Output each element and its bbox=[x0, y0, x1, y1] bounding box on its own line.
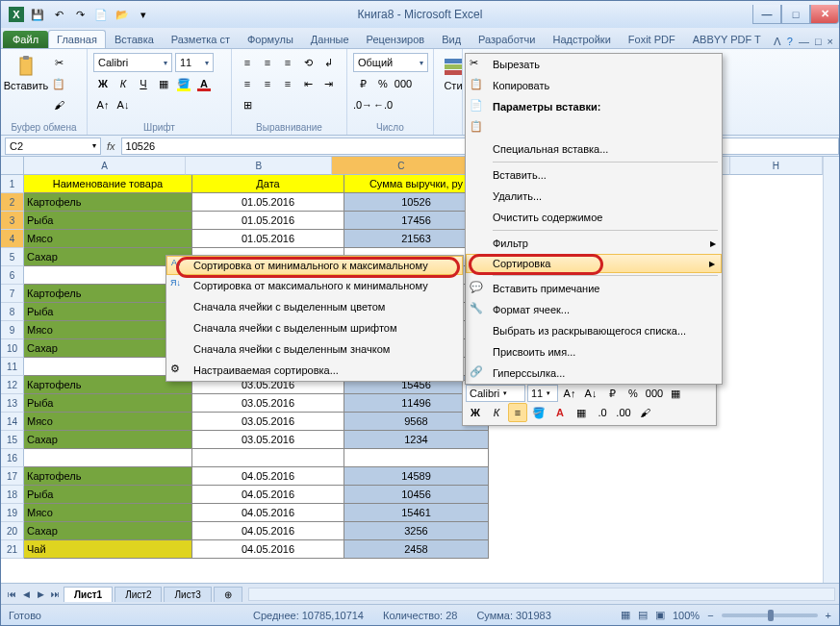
tab-data[interactable]: Данные bbox=[302, 30, 358, 48]
new-icon[interactable]: 📄 bbox=[91, 5, 111, 24]
cell-A1[interactable]: Наименование товара bbox=[24, 175, 192, 193]
cm-sort-iconsel[interactable]: Сначала ячейки с выделенным значком bbox=[166, 338, 463, 360]
font-name-combo[interactable]: Calibri▾ bbox=[93, 53, 172, 72]
paste-button[interactable]: Вставить bbox=[7, 53, 45, 120]
row-header-9[interactable]: 9 bbox=[1, 321, 24, 339]
row-header-16[interactable]: 16 bbox=[1, 449, 24, 467]
cell-B19[interactable]: 04.05.2016 bbox=[192, 504, 344, 522]
cell-A19[interactable]: Мясо bbox=[24, 504, 192, 522]
doc-close-icon[interactable]: × bbox=[827, 36, 833, 48]
mini-size-combo[interactable]: 11▾ bbox=[527, 385, 558, 402]
tab-view[interactable]: Вид bbox=[433, 30, 470, 48]
align-bot-icon[interactable]: ≡ bbox=[278, 53, 297, 72]
mini-dec-dec-icon[interactable]: .00 bbox=[614, 403, 633, 422]
col-header-B[interactable]: B bbox=[186, 157, 332, 175]
cell-C17[interactable]: 14589 bbox=[344, 467, 489, 486]
mini-border-icon[interactable]: ▦ bbox=[572, 403, 591, 422]
merge-icon[interactable]: ⊞ bbox=[238, 95, 257, 114]
tab-addins[interactable]: Надстройки bbox=[544, 30, 619, 48]
undo-icon[interactable]: ↶ bbox=[49, 5, 68, 24]
zoom-out-icon[interactable]: − bbox=[707, 610, 713, 621]
tab-pagelayout[interactable]: Разметка ст bbox=[163, 30, 239, 48]
cm-hyperlink[interactable]: 🔗Гиперссылка... bbox=[466, 363, 722, 384]
align-mid-icon[interactable]: ≡ bbox=[258, 53, 277, 72]
tab-foxit[interactable]: Foxit PDF bbox=[620, 30, 684, 48]
cell-B17[interactable]: 04.05.2016 bbox=[192, 467, 344, 486]
cell-B15[interactable]: 03.05.2016 bbox=[192, 431, 344, 449]
maximize-button[interactable]: □ bbox=[781, 5, 810, 24]
col-header-A[interactable]: A bbox=[24, 157, 186, 175]
orientation-icon[interactable]: ⟲ bbox=[298, 53, 318, 72]
tab-developer[interactable]: Разработчи bbox=[470, 30, 544, 48]
open-icon[interactable]: 📂 bbox=[113, 5, 132, 24]
number-format-combo[interactable]: Общий▾ bbox=[353, 53, 428, 72]
row-header-18[interactable]: 18 bbox=[1, 486, 24, 504]
mini-fill-icon[interactable]: 🪣 bbox=[529, 403, 548, 422]
font-color-icon[interactable]: A bbox=[194, 74, 214, 93]
cm-define-name[interactable]: Присвоить имя... bbox=[466, 341, 722, 363]
cm-dropdown-list[interactable]: Выбрать из раскрывающегося списка... bbox=[466, 320, 722, 341]
underline-icon[interactable]: Ч bbox=[134, 74, 153, 93]
mini-italic-icon[interactable]: К bbox=[487, 403, 506, 422]
cm-sort-color[interactable]: Сначала ячейки с выделенным цветом bbox=[166, 296, 463, 317]
border-icon[interactable]: ▦ bbox=[154, 74, 173, 93]
vertical-scrollbar[interactable] bbox=[823, 157, 839, 583]
minimize-button[interactable]: — bbox=[752, 5, 781, 24]
cm-paste-options[interactable]: 📄Параметры вставки: bbox=[466, 96, 722, 117]
row-header-19[interactable]: 19 bbox=[1, 504, 24, 522]
mini-font-color-icon[interactable]: A bbox=[550, 403, 570, 422]
mini-currency-icon[interactable]: ₽ bbox=[602, 384, 622, 403]
cell-B3[interactable]: 01.05.2016 bbox=[192, 212, 344, 230]
tab-abbyy[interactable]: ABBYY PDF T bbox=[684, 30, 770, 48]
fill-color-icon[interactable]: 🪣 bbox=[174, 74, 193, 93]
sheet-nav-prev-icon[interactable]: ◀ bbox=[19, 588, 33, 601]
cm-delete[interactable]: Удалить... bbox=[466, 186, 722, 207]
sheet-nav-last-icon[interactable]: ⏭ bbox=[48, 588, 62, 601]
font-size-combo[interactable]: 11▾ bbox=[175, 53, 214, 72]
mini-borders-icon[interactable]: ▦ bbox=[666, 384, 685, 403]
cm-insert[interactable]: Вставить... bbox=[466, 164, 722, 186]
align-right-icon[interactable]: ≡ bbox=[278, 74, 297, 93]
cm-paste-icon-only[interactable]: 📋 bbox=[466, 117, 722, 138]
mini-grow-font-icon[interactable]: A↑ bbox=[560, 384, 579, 403]
minimize-ribbon-icon[interactable]: ᐱ bbox=[774, 36, 781, 48]
cm-paste-special[interactable]: Специальная вставка... bbox=[466, 138, 722, 160]
row-header-11[interactable]: 11 bbox=[1, 358, 24, 376]
fx-icon[interactable]: fx bbox=[107, 140, 115, 152]
cm-copy[interactable]: 📋Копировать bbox=[466, 75, 722, 96]
inc-decimal-icon[interactable]: .0→ bbox=[353, 95, 372, 114]
dec-decimal-icon[interactable]: ←.0 bbox=[373, 95, 393, 114]
cell-A14[interactable]: Мясо bbox=[24, 413, 192, 431]
indent-inc-icon[interactable]: ⇥ bbox=[318, 74, 338, 93]
tab-review[interactable]: Рецензиров bbox=[358, 30, 434, 48]
doc-restore-icon[interactable]: □ bbox=[815, 36, 822, 48]
mini-inc-dec-icon[interactable]: .0 bbox=[593, 403, 612, 422]
row-header-12[interactable]: 12 bbox=[1, 376, 24, 394]
view-normal-icon[interactable]: ▦ bbox=[621, 609, 630, 621]
cell-B1[interactable]: Дата bbox=[192, 175, 344, 193]
row-header-3[interactable]: 3 bbox=[1, 212, 24, 230]
copy-icon[interactable]: 📋 bbox=[49, 74, 68, 93]
col-header-H[interactable]: H bbox=[730, 157, 823, 175]
percent-icon[interactable]: % bbox=[373, 74, 393, 93]
cm-clear[interactable]: Очистить содержимое bbox=[466, 207, 722, 228]
mini-align-center-icon[interactable]: ≡ bbox=[508, 403, 527, 422]
row-header-8[interactable]: 8 bbox=[1, 303, 24, 321]
zoom-level[interactable]: 100% bbox=[673, 610, 700, 621]
close-button[interactable]: ✕ bbox=[810, 5, 839, 24]
cm-sort-custom[interactable]: ⚙Настраиваемая сортировка... bbox=[166, 360, 463, 381]
row-header-13[interactable]: 13 bbox=[1, 394, 24, 413]
styles-button[interactable]: Сти bbox=[440, 53, 467, 133]
cell-A16[interactable] bbox=[24, 449, 192, 467]
cm-filter[interactable]: Фильтр▶ bbox=[466, 233, 722, 254]
sheet-tab-2[interactable]: Лист2 bbox=[115, 587, 162, 602]
mini-bold-icon[interactable]: Ж bbox=[466, 403, 485, 422]
wrap-icon[interactable]: ↲ bbox=[318, 53, 338, 72]
italic-icon[interactable]: К bbox=[114, 74, 133, 93]
zoom-slider[interactable] bbox=[722, 613, 818, 617]
currency-icon[interactable]: ₽ bbox=[353, 74, 372, 93]
cell-A4[interactable]: Мясо bbox=[24, 230, 192, 248]
bold-icon[interactable]: Ж bbox=[93, 74, 113, 93]
cell-C21[interactable]: 2458 bbox=[344, 540, 489, 559]
row-header-14[interactable]: 14 bbox=[1, 413, 24, 431]
